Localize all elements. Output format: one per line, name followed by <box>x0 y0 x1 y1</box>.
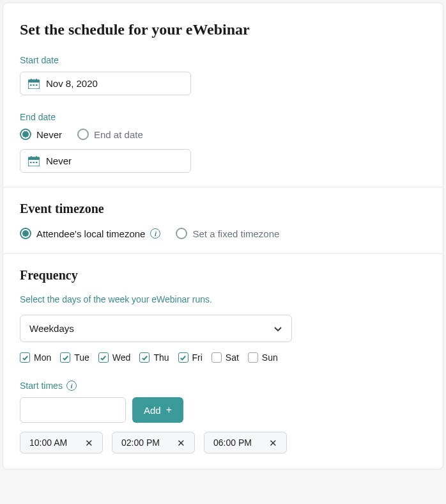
svg-rect-5 <box>33 84 35 86</box>
frequency-heading: Frequency <box>20 268 426 283</box>
checkbox-icon <box>139 352 150 363</box>
radio-end-never[interactable]: Never <box>20 129 62 140</box>
timezone-heading: Event timezone <box>20 201 426 216</box>
start-date-value: Nov 8, 2020 <box>46 78 98 89</box>
day-checkbox-mon[interactable]: Mon <box>20 352 51 363</box>
checkbox-icon <box>178 352 188 363</box>
end-date-group: End date Never End at date <box>20 112 426 173</box>
remove-time-icon[interactable]: ✕ <box>85 438 93 448</box>
add-button-label: Add <box>144 405 161 416</box>
radio-attendee-tz[interactable]: Attendee's local timezone i <box>20 228 160 239</box>
end-date-radio-row: Never End at date <box>20 129 426 140</box>
svg-rect-11 <box>30 162 32 163</box>
radio-label-attendee: Attendee's local timezone <box>36 228 145 239</box>
calendar-icon <box>28 79 40 89</box>
remove-time-icon[interactable]: ✕ <box>177 438 185 448</box>
radio-icon <box>176 228 187 239</box>
section-dates: Set the schedule for your eWebinar Start… <box>3 3 443 187</box>
day-label: Mon <box>34 352 51 363</box>
time-input[interactable] <box>20 397 126 423</box>
day-checkbox-tue[interactable]: Tue <box>60 352 89 363</box>
checkbox-icon <box>20 352 30 363</box>
svg-rect-4 <box>30 84 32 86</box>
end-date-value: Never <box>46 155 72 166</box>
timezone-radio-row: Attendee's local timezone i Set a fixed … <box>20 228 426 239</box>
calendar-icon <box>28 156 40 166</box>
radio-label-never: Never <box>36 129 62 140</box>
svg-rect-8 <box>28 157 40 160</box>
time-chip-value: 10:00 AM <box>29 437 67 448</box>
start-date-label: Start date <box>20 55 426 65</box>
svg-rect-9 <box>31 156 32 159</box>
frequency-select-value: Weekdays <box>29 323 74 334</box>
section-timezone: Event timezone Attendee's local timezone… <box>3 187 443 253</box>
start-times-label-text: Start times <box>20 381 63 391</box>
schedule-card: Set the schedule for your eWebinar Start… <box>3 3 443 469</box>
time-chip: 10:00 AM✕ <box>20 432 103 453</box>
svg-rect-1 <box>28 80 40 83</box>
info-icon[interactable]: i <box>66 381 77 391</box>
page-title: Set the schedule for your eWebinar <box>20 21 426 38</box>
day-label: Tue <box>74 352 89 363</box>
end-date-input[interactable]: Never <box>20 149 191 173</box>
radio-icon <box>20 129 31 140</box>
day-label: Wed <box>112 352 131 363</box>
chevron-down-icon <box>273 324 282 333</box>
day-checkbox-wed[interactable]: Wed <box>98 352 131 363</box>
radio-end-at-date[interactable]: End at date <box>77 129 143 140</box>
frequency-select[interactable]: Weekdays <box>20 315 292 342</box>
day-checkbox-fri[interactable]: Fri <box>178 352 203 363</box>
frequency-subtext: Select the days of the week your eWebina… <box>20 294 426 304</box>
day-label: Sat <box>226 352 239 363</box>
svg-rect-3 <box>36 79 37 81</box>
radio-label-fixed: Set a fixed timezone <box>192 228 279 239</box>
radio-label-end-at: End at date <box>94 129 143 140</box>
checkbox-icon <box>211 352 222 363</box>
radio-icon <box>20 228 31 239</box>
radio-fixed-tz[interactable]: Set a fixed timezone <box>176 228 279 239</box>
svg-rect-6 <box>36 84 38 86</box>
add-time-button[interactable]: Add + <box>132 397 183 423</box>
svg-rect-10 <box>36 156 37 159</box>
start-times-label: Start times i <box>20 381 426 391</box>
time-chip: 02:00 PM✕ <box>112 432 195 453</box>
time-chip-value: 06:00 PM <box>213 437 252 448</box>
end-date-label: End date <box>20 112 426 122</box>
section-frequency: Frequency Select the days of the week yo… <box>3 253 443 469</box>
radio-icon <box>77 129 89 140</box>
time-input-row: Add + <box>20 397 426 423</box>
day-label: Fri <box>192 352 203 363</box>
start-date-group: Start date Nov 8, 2020 <box>20 55 426 95</box>
time-chip-value: 02:00 PM <box>121 437 160 448</box>
time-chip: 06:00 PM✕ <box>204 432 287 453</box>
day-label: Thu <box>153 352 169 363</box>
checkbox-icon <box>248 352 258 363</box>
days-row: MonTueWedThuFriSatSun <box>20 352 426 363</box>
day-label: Sun <box>262 352 278 363</box>
start-date-input[interactable]: Nov 8, 2020 <box>20 72 191 95</box>
time-chips-row: 10:00 AM✕02:00 PM✕06:00 PM✕ <box>20 432 426 453</box>
info-icon[interactable]: i <box>150 228 160 239</box>
day-checkbox-thu[interactable]: Thu <box>139 352 169 363</box>
plus-icon: + <box>166 405 172 415</box>
remove-time-icon[interactable]: ✕ <box>269 438 277 448</box>
svg-rect-13 <box>36 162 38 163</box>
day-checkbox-sun[interactable]: Sun <box>248 352 278 363</box>
checkbox-icon <box>60 352 70 363</box>
svg-rect-2 <box>31 79 32 81</box>
checkbox-icon <box>98 352 109 363</box>
svg-rect-12 <box>33 162 35 163</box>
day-checkbox-sat[interactable]: Sat <box>211 352 239 363</box>
